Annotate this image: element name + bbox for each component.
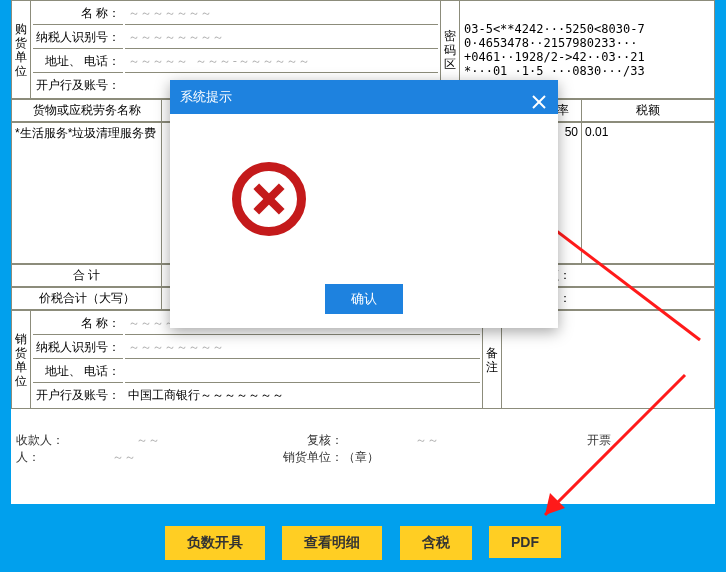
cipher-line-1: 03-5<**4242···5250<8030-7 [464, 22, 710, 36]
total-label: 合 计 [12, 265, 162, 287]
col-name: 货物或应税劳务名称 [12, 100, 162, 122]
buyer-tax-v: ～～～～～～～～ [125, 27, 438, 49]
cipher-line-3: +0461··1928/2->42··03··21 [464, 50, 710, 64]
buyer-addr-v: ～～～～～ ～～～-～～～～～～ [125, 51, 438, 73]
amount-cn-label: 价税合计（大写） [12, 288, 162, 310]
tax-button[interactable]: 含税 [400, 526, 472, 560]
review-v: ～～ [415, 433, 439, 447]
footer-line: 收款人：～～ 复核：～～ 开票人：～～ 销货单位：（章） [16, 432, 706, 466]
close-icon [532, 95, 546, 109]
payee-k: 收款人： [16, 433, 64, 447]
buyer-name-k: 名 称： [33, 3, 123, 25]
tax-sum-label: 税额： [532, 265, 715, 287]
action-bar: 负数开具 查看明细 含税 PDF [0, 526, 726, 560]
item-name: *生活服务*垃圾清理服务费 [12, 123, 162, 264]
buyer-side-label: 购货单位 [12, 1, 31, 99]
modal-title-text: 系统提示 [180, 80, 232, 114]
pdf-button[interactable]: PDF [489, 526, 561, 558]
payee-v: ～～ [136, 433, 160, 447]
error-icon [232, 162, 306, 236]
seller-tax-v: ～～～～～～～～ [125, 337, 480, 359]
seller-unit: 销货单位：（章） [283, 450, 379, 464]
buyer-name-v: ～～～～～～～ [125, 3, 438, 25]
cipher-line-2: 0·4653478··2157980233··· [464, 36, 710, 50]
buyer-addr-k: 地址、 电话： [33, 51, 123, 73]
system-alert-modal: 系统提示 确认 [170, 80, 558, 328]
drawer-v: ～～ [112, 450, 136, 464]
seller-name-k: 名 称： [33, 313, 123, 335]
neg-issue-button[interactable]: 负数开具 [165, 526, 265, 560]
item-tax: 0.01 [582, 123, 715, 264]
review-k: 复核： [307, 433, 343, 447]
col-tax: 税额 [582, 100, 715, 122]
modal-ok-button[interactable]: 确认 [325, 284, 403, 314]
amount-lower-suffix: 写）： [532, 288, 715, 310]
buyer-tax-k: 纳税人识别号： [33, 27, 123, 49]
seller-addr-v [125, 361, 480, 383]
seller-tax-k: 纳税人识别号： [33, 337, 123, 359]
seller-side-label: 销货单位 [12, 311, 31, 409]
cipher-line-4: *···01 ·1·5 ···0830···/33 [464, 64, 710, 78]
seller-addr-k: 地址、 电话： [33, 361, 123, 383]
buyer-bank-k: 开户行及账号： [33, 75, 123, 96]
view-detail-button[interactable]: 查看明细 [282, 526, 382, 560]
seller-bank-k: 开户行及账号： [33, 385, 123, 406]
seller-bank-v: 中国工商银行～～～～～～～ [125, 385, 480, 406]
modal-close-button[interactable] [530, 88, 548, 106]
